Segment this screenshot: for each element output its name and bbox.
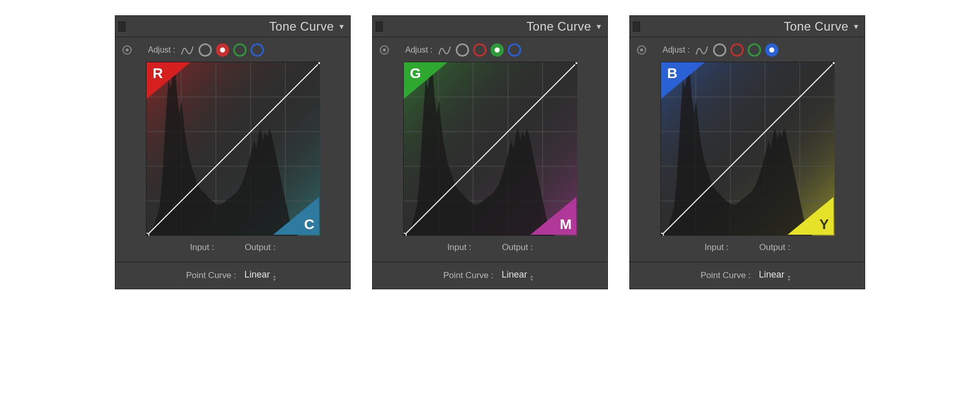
panel-drag-handle[interactable]	[633, 21, 640, 32]
channel-green-button[interactable]	[748, 43, 761, 57]
channel-corner-top-letter: G	[410, 65, 422, 82]
stepper-icon: ▲▼	[530, 275, 534, 282]
point-curve-value: Linear	[502, 269, 527, 280]
channel-corner-bottom-letter: M	[560, 216, 572, 233]
adjust-label: Adjust :	[405, 45, 432, 55]
channel-blue-button[interactable]	[251, 43, 264, 57]
panel-body: Adjust :	[630, 37, 865, 262]
output-label: Output :	[244, 242, 275, 253]
stepper-icon: ▲▼	[273, 275, 277, 282]
point-curve-select[interactable]: Linear ▲▼	[756, 268, 794, 283]
input-output-readout: Input : Output :	[637, 235, 857, 255]
parametric-curve-icon[interactable]	[437, 44, 452, 56]
channel-rgb-button[interactable]	[456, 43, 469, 57]
input-output-readout: Input : Output :	[122, 235, 343, 255]
channel-red-button[interactable]	[216, 43, 229, 57]
collapse-icon[interactable]: ▼	[595, 22, 602, 31]
tone-curve-panel-2: Tone Curve ▼ Adjust :	[629, 15, 865, 289]
channel-green-button[interactable]	[233, 43, 247, 57]
panel-title: Tone Curve	[783, 19, 848, 34]
channel-green-button[interactable]	[491, 43, 504, 57]
parametric-curve-icon[interactable]	[180, 44, 194, 56]
adjust-label: Adjust :	[663, 45, 690, 55]
point-curve-select[interactable]: Linear ▲▼	[499, 268, 537, 283]
input-label: Input :	[190, 242, 214, 253]
input-output-readout: Input : Output :	[380, 235, 600, 255]
panel-header[interactable]: Tone Curve ▼	[115, 16, 350, 37]
point-curve-value: Linear	[244, 269, 270, 280]
adjust-row: Adjust :	[122, 41, 343, 62]
panel-header[interactable]: Tone Curve ▼	[373, 16, 607, 37]
channel-blue-button[interactable]	[765, 43, 778, 57]
panel-body: Adjust :	[373, 37, 607, 262]
panel-footer: Point Curve : Linear ▲▼	[115, 262, 350, 289]
curve-canvas[interactable]: BY	[660, 62, 834, 235]
stepper-icon: ▲▼	[787, 275, 791, 282]
targeted-adjust-icon[interactable]	[637, 45, 646, 55]
targeted-adjust-icon[interactable]	[380, 45, 389, 55]
channel-red-button[interactable]	[473, 43, 486, 57]
panel-drag-handle[interactable]	[376, 21, 383, 32]
tone-curve-panel-0: Tone Curve ▼ Adjust :	[115, 15, 351, 289]
collapse-icon[interactable]: ▼	[338, 22, 345, 31]
channel-rgb-button[interactable]	[713, 43, 726, 57]
panel-drag-handle[interactable]	[118, 21, 126, 32]
channel-corner-bottom-letter: Y	[819, 216, 829, 233]
adjust-label: Adjust :	[148, 45, 175, 55]
targeted-adjust-icon[interactable]	[122, 45, 132, 55]
channel-corner-bottom-letter: C	[304, 216, 315, 233]
adjust-row: Adjust :	[380, 41, 600, 62]
parametric-curve-icon[interactable]	[695, 44, 709, 56]
point-curve-label: Point Curve :	[443, 270, 493, 281]
panel-body: Adjust :	[115, 37, 350, 262]
adjust-row: Adjust :	[637, 41, 857, 62]
channel-blue-button[interactable]	[508, 43, 521, 57]
output-label: Output :	[502, 242, 532, 253]
input-label: Input :	[704, 242, 728, 253]
channel-red-button[interactable]	[730, 43, 744, 57]
point-curve-value: Linear	[759, 269, 785, 280]
curve-canvas[interactable]: GM	[403, 62, 577, 235]
input-label: Input :	[447, 242, 471, 253]
panel-title: Tone Curve	[526, 19, 591, 34]
panel-header[interactable]: Tone Curve ▼	[630, 16, 865, 37]
panel-title: Tone Curve	[269, 19, 334, 34]
channel-corner-top-letter: R	[153, 65, 163, 82]
tone-curve-panel-1: Tone Curve ▼ Adjust :	[372, 15, 608, 289]
panel-footer: Point Curve : Linear ▲▼	[630, 262, 865, 289]
output-label: Output :	[759, 242, 790, 253]
channel-corner-top-letter: B	[667, 65, 678, 82]
point-curve-label: Point Curve :	[700, 270, 750, 281]
panel-footer: Point Curve : Linear ▲▼	[373, 262, 607, 289]
curve-canvas[interactable]: RC	[146, 62, 320, 235]
point-curve-select[interactable]: Linear ▲▼	[241, 268, 280, 283]
channel-rgb-button[interactable]	[199, 43, 212, 57]
collapse-icon[interactable]: ▼	[852, 22, 860, 31]
point-curve-label: Point Curve :	[186, 270, 236, 281]
